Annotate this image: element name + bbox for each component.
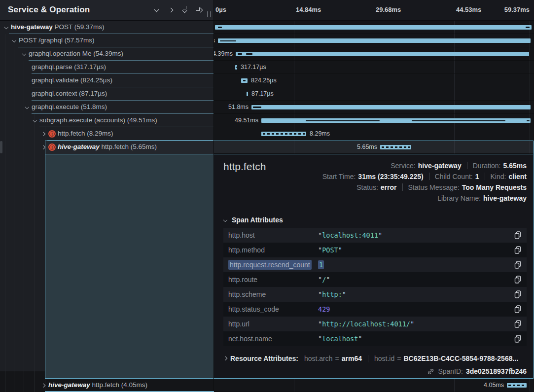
span-timeline-cell[interactable]: 824.25µs	[214, 74, 534, 87]
copy-icon[interactable]	[514, 320, 522, 328]
span-bar[interactable]	[218, 38, 531, 43]
chevron-right-icon[interactable]	[41, 383, 47, 389]
span-name-cell[interactable]: POST /graphql (57.57ms)	[0, 34, 214, 47]
span-timeline-cell[interactable]: 49.51ms	[214, 114, 534, 127]
span-row[interactable]: http.fetch (8.29ms)8.29ms	[0, 127, 534, 141]
span-row[interactable]: graphql.validate (824.25µs)824.25µs	[0, 74, 534, 87]
span-timeline-cell[interactable]: 87.17µs	[214, 87, 534, 101]
chevron-down-icon[interactable]	[22, 52, 28, 58]
attribute-row[interactable]: http.status_code429	[223, 302, 527, 317]
copy-icon[interactable]	[514, 246, 522, 254]
span-row[interactable]: hive-gateway http.fetch (5.65ms)5.65ms	[0, 141, 534, 154]
scroll-indicator[interactable]	[0, 141, 2, 153]
span-bar[interactable]	[261, 132, 306, 136]
span-name-cell[interactable]: subgraph.execute (accounts) (49.51ms)	[0, 114, 214, 127]
span-bar[interactable]	[215, 25, 532, 30]
chevron-down-icon[interactable]	[4, 25, 10, 31]
self-time-mark	[253, 107, 261, 108]
span-timeline-cell[interactable]	[214, 21, 534, 34]
panel-divider[interactable]	[214, 0, 214, 392]
span-bar[interactable]	[251, 105, 531, 109]
chevron-down-icon[interactable]	[33, 118, 38, 124]
attribute-row[interactable]: http.route"/"	[223, 272, 527, 287]
attribute-row[interactable]: http.method"POST"	[223, 243, 527, 257]
span-name-cell[interactable]: hive-gateway http.fetch (5.65ms)	[0, 141, 214, 154]
copy-icon[interactable]	[514, 261, 522, 269]
duration-label: 4.05ms	[484, 382, 504, 389]
span-id: SpanID: 3de02518937fb246	[427, 367, 527, 375]
chevron-down-icon[interactable]	[25, 105, 31, 111]
meta-label: Status:	[356, 183, 378, 191]
span-name-cell[interactable]: graphql.context (87.17µs)	[0, 87, 214, 101]
span-meta-line: Service:hive-gatewayDuration:5.65ms	[391, 161, 527, 170]
span-bar[interactable]	[247, 92, 248, 96]
self-time-mark	[236, 67, 237, 68]
self-time-mark	[243, 80, 246, 81]
span-bar[interactable]	[261, 118, 531, 123]
resource-equals: =	[335, 355, 339, 362]
meta-divider	[429, 173, 429, 180]
copy-icon[interactable]	[514, 305, 522, 313]
span-name-cell[interactable]: graphql.operation Me (54.39ms)	[0, 47, 214, 61]
chevron-down-icon[interactable]	[154, 7, 160, 13]
span-timeline-cell[interactable]: 51.8ms	[214, 101, 534, 114]
panel-resize-handle[interactable]	[207, 11, 211, 17]
chevron-right-icon[interactable]	[223, 356, 230, 362]
chevron-down-icon[interactable]	[12, 38, 18, 44]
copy-icon[interactable]	[514, 335, 522, 343]
span-name-cell[interactable]: hive-gateway POST (59.37ms)	[0, 21, 214, 34]
attribute-row[interactable]: http.request.resend_count1	[223, 257, 527, 272]
span-row[interactable]: graphql.execute (51.8ms)51.8ms	[0, 101, 534, 114]
span-timeline-cell[interactable]: 57.57ms	[214, 34, 534, 47]
chevron-right-icon[interactable]	[41, 145, 47, 151]
span-label: hive-gateway POST (59.37ms)	[11, 21, 105, 34]
self-time-mark	[526, 27, 530, 28]
span-bar[interactable]	[380, 145, 411, 149]
chevron-down-icon[interactable]	[223, 218, 229, 224]
span-name-cell[interactable]: graphql.execute (51.8ms)	[0, 101, 214, 114]
double-chevron-down-icon[interactable]	[182, 6, 188, 12]
copy-icon[interactable]	[514, 290, 522, 298]
double-chevron-right-icon[interactable]	[195, 7, 201, 13]
span-name-cell[interactable]: http.fetch (8.29ms)	[0, 127, 214, 141]
span-timeline-cell[interactable]: 54.39ms	[214, 47, 534, 61]
attribute-value: 429	[318, 302, 330, 317]
span-timeline-cell[interactable]: 5.65ms	[214, 141, 534, 154]
chevron-right-icon[interactable]	[169, 7, 175, 13]
span-row[interactable]: graphql.context (87.17µs)87.17µs	[0, 87, 534, 101]
span-bar[interactable]	[507, 383, 527, 388]
span-bar[interactable]	[241, 78, 248, 83]
meta-label: Duration:	[473, 162, 501, 170]
span-meta: Service:hive-gatewayDuration:5.65msStart…	[322, 161, 527, 202]
resource-key: host.id	[374, 355, 394, 362]
attribute-row[interactable]: http.url"http://localhost:4011/"	[223, 317, 527, 331]
span-row[interactable]: graphql.operation Me (54.39ms)54.39ms	[0, 47, 534, 61]
span-timeline-cell[interactable]: 4.05ms	[214, 379, 534, 392]
self-time-mark	[246, 53, 252, 55]
span-name-cell[interactable]: graphql.validate (824.25µs)	[0, 74, 214, 87]
attribute-row[interactable]: net.host.name"localhost"	[223, 331, 527, 346]
span-name-cell[interactable]: graphql.parse (317.17µs)	[0, 61, 214, 74]
span-row[interactable]: hive-gateway http.fetch (4.05ms)4.05ms	[0, 379, 534, 392]
span-label: graphql.context (87.17µs)	[32, 87, 107, 100]
span-attributes-header[interactable]: Span Attributes	[223, 216, 283, 225]
self-time-mark	[306, 120, 380, 121]
span-bar[interactable]	[235, 65, 237, 70]
attribute-row[interactable]: http.host"localhost:4011"	[223, 228, 527, 243]
resource-attributes[interactable]: Resource Attributes: host.arch=arm64host…	[223, 353, 518, 364]
span-name-cell[interactable]: hive-gateway http.fetch (4.05ms)	[0, 379, 214, 392]
copy-icon[interactable]	[514, 276, 522, 284]
span-row[interactable]: POST /graphql (57.57ms)57.57ms	[0, 34, 534, 47]
span-row[interactable]: subgraph.execute (accounts) (49.51ms)49.…	[0, 114, 534, 127]
span-timeline-cell[interactable]: 317.17µs	[214, 61, 534, 74]
attribute-row[interactable]: http.scheme"http:"	[223, 287, 527, 302]
attribute-value: "POST"	[318, 243, 342, 257]
copy-icon[interactable]	[514, 231, 522, 239]
chevron-right-icon[interactable]	[41, 132, 47, 138]
span-timeline-cell[interactable]: 8.29ms	[214, 127, 534, 141]
span-attributes-table: http.host"localhost:4011"http.method"POS…	[223, 228, 527, 346]
span-row[interactable]: graphql.parse (317.17µs)317.17µs	[0, 61, 534, 74]
span-row[interactable]: hive-gateway POST (59.37ms)	[0, 21, 534, 34]
duration-label: 49.51ms	[235, 117, 258, 124]
span-bar[interactable]	[236, 52, 529, 56]
